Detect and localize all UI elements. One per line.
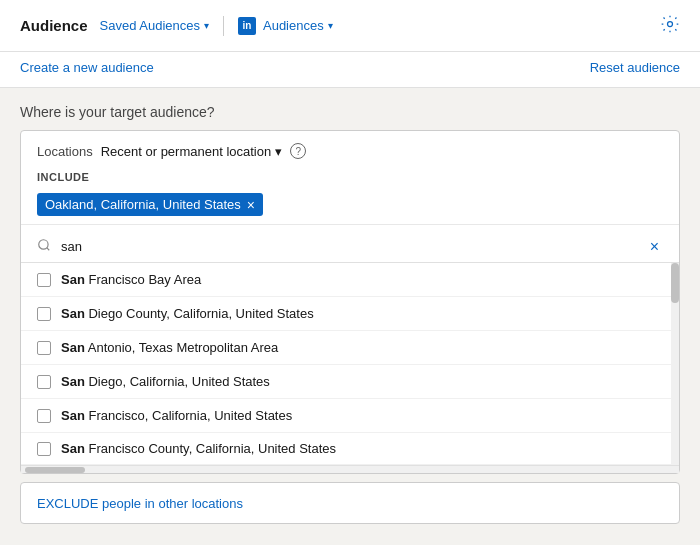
settings-icon	[660, 14, 680, 34]
audience-panel: Locations Recent or permanent location ▾…	[20, 130, 680, 474]
svg-line-2	[47, 248, 50, 251]
help-icon[interactable]: ?	[290, 143, 306, 159]
checkbox-san-antonio[interactable]	[37, 341, 51, 355]
scrollbar-track	[671, 263, 679, 465]
saved-audiences-label: Saved Audiences	[100, 18, 200, 33]
search-row: ×	[21, 224, 679, 262]
item-text: San Francisco County, California, United…	[61, 441, 336, 456]
list-item[interactable]: San Francisco County, California, United…	[21, 433, 679, 465]
tag-close-icon[interactable]: ×	[247, 198, 255, 212]
include-label: INCLUDE	[21, 167, 679, 189]
locations-row: Locations Recent or permanent location ▾…	[21, 131, 679, 167]
list-item[interactable]: San Francisco Bay Area	[21, 263, 679, 297]
chevron-down-icon-2: ▾	[328, 20, 333, 31]
top-bar-left: Audience Saved Audiences ▾ in Audiences …	[20, 16, 333, 36]
location-type-dropdown[interactable]: Recent or permanent location ▾	[101, 144, 283, 159]
linkedin-icon: in	[238, 17, 256, 35]
list-item[interactable]: San Francisco, California, United States	[21, 399, 679, 433]
tag-text: Oakland, California, United States	[45, 197, 241, 212]
audiences-dropdown[interactable]: in Audiences ▾	[238, 17, 333, 35]
locations-label: Locations	[37, 144, 93, 159]
search-icon	[37, 238, 51, 255]
exclude-label: EXCLUDE	[37, 496, 98, 511]
horizontal-scrollbar	[21, 465, 679, 473]
item-text: San Diego County, California, United Sta…	[61, 306, 314, 321]
item-text: San Francisco, California, United States	[61, 408, 292, 423]
location-type-label: Recent or permanent location	[101, 144, 272, 159]
scrollbar-thumb[interactable]	[671, 263, 679, 303]
location-tag-oakland: Oakland, California, United States ×	[37, 193, 263, 216]
checkbox-sf-ca[interactable]	[37, 409, 51, 423]
item-text: San Francisco Bay Area	[61, 272, 201, 287]
list-item[interactable]: San Diego, California, United States	[21, 365, 679, 399]
svg-point-1	[39, 240, 48, 249]
dropdown-list: San Francisco Bay Area San Diego County,…	[21, 262, 679, 465]
tags-row: Oakland, California, United States ×	[21, 189, 679, 224]
list-item[interactable]: San Antonio, Texas Metropolitan Area	[21, 331, 679, 365]
exclude-link[interactable]: EXCLUDE people in other locations	[37, 496, 243, 511]
top-bar: Audience Saved Audiences ▾ in Audiences …	[0, 0, 700, 52]
chevron-down-icon-3: ▾	[275, 144, 282, 159]
checkbox-sd-ca[interactable]	[37, 375, 51, 389]
exclude-rest: people in other locations	[98, 496, 243, 511]
item-text: San Antonio, Texas Metropolitan Area	[61, 340, 278, 355]
audiences-label: Audiences	[263, 18, 324, 33]
saved-audiences-dropdown[interactable]: Saved Audiences ▾	[100, 18, 209, 33]
audience-label: Audience	[20, 17, 88, 34]
horiz-scroll-thumb[interactable]	[25, 467, 85, 473]
chevron-down-icon: ▾	[204, 20, 209, 31]
vertical-divider	[223, 16, 224, 36]
search-input[interactable]	[57, 231, 646, 262]
create-audience-link[interactable]: Create a new audience	[20, 60, 154, 75]
checkbox-sd-county[interactable]	[37, 307, 51, 321]
main-section: Where is your target audience? Locations…	[0, 88, 700, 540]
clear-search-button[interactable]: ×	[646, 234, 663, 260]
exclude-bar: EXCLUDE people in other locations	[20, 482, 680, 524]
section-title: Where is your target audience?	[20, 104, 680, 120]
svg-point-0	[668, 22, 673, 27]
checkbox-sf-bay[interactable]	[37, 273, 51, 287]
item-text: San Diego, California, United States	[61, 374, 270, 389]
checkbox-sf-county[interactable]	[37, 442, 51, 456]
list-item[interactable]: San Diego County, California, United Sta…	[21, 297, 679, 331]
reset-audience-link[interactable]: Reset audience	[590, 60, 680, 75]
settings-icon-wrap[interactable]	[660, 14, 680, 37]
sub-bar: Create a new audience Reset audience	[0, 52, 700, 88]
